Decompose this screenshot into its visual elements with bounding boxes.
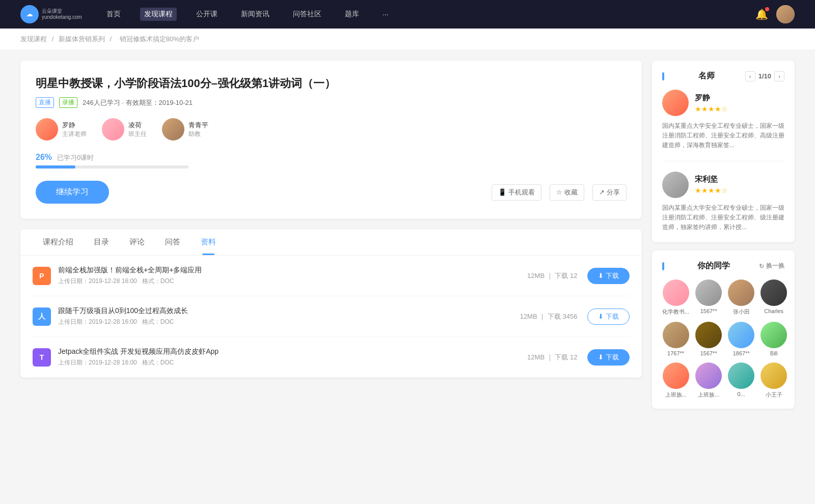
- nav-item-···[interactable]: ···: [378, 8, 393, 20]
- download-button-2[interactable]: ⬇ 下载: [587, 349, 630, 366]
- share-icon: ↗: [599, 188, 605, 196]
- resource-meta-1: 上传日期：2019-12-28 16:00 格式：DOC: [58, 318, 520, 326]
- progress-sub: 已学习0课时: [57, 154, 94, 161]
- teacher-avatar-1: [102, 118, 124, 141]
- tabs-header: 课程介绍目录评论问答资料: [20, 229, 642, 256]
- collect-button[interactable]: ☆ 收藏: [550, 184, 584, 201]
- nav-item-公开课[interactable]: 公开课: [192, 8, 222, 21]
- prev-page-button[interactable]: ‹: [745, 71, 755, 81]
- tag-record: 录播: [59, 97, 77, 108]
- breadcrumb-link-2[interactable]: 新媒体营销系列: [59, 35, 105, 43]
- classmate-name-9: 上班族...: [698, 391, 719, 399]
- nav-item-新闻资讯[interactable]: 新闻资讯: [237, 8, 274, 21]
- continue-learning-button[interactable]: 继续学习: [36, 181, 109, 204]
- nav-right: 🔔: [755, 5, 795, 23]
- classmate-avatar-8: [663, 362, 689, 389]
- notification-dot: [765, 7, 769, 11]
- classmate-avatar-2: [728, 279, 754, 306]
- sidebar-teacher-1: 宋利坚 ★★★★☆ 国内某重点大学安全工程专业硕士，国家一级注册消防工程师、注册…: [662, 172, 784, 233]
- course-meta: 直播 录播 246人已学习 · 有效期至：2019-10-21: [36, 97, 627, 108]
- teacher-role-1: 班主任: [128, 130, 147, 138]
- teachers-sidebar-card: 名师 ‹ 1/10 › 罗静 ★★★★☆ 国内某重点大学安全工程专业硕士，国家一…: [652, 61, 795, 242]
- classmate-item-10[interactable]: 0...: [728, 362, 754, 399]
- teachers-row: 罗静 主讲老师 凌荷 班主任 青青平 助教: [36, 118, 627, 141]
- resource-stats-0: 12MB ｜ 下载 12: [527, 271, 577, 281]
- tabs-section: 课程介绍目录评论问答资料 P 前端全栈加强版！前端全栈+全周期+多端应用 上传日…: [20, 229, 642, 378]
- classmate-grid: 化学教书... 1567** 张小田 Charles 1767** 1567**…: [662, 279, 784, 399]
- teacher-info-1: 凌荷 班主任: [128, 121, 147, 138]
- teacher-avatar-0: [36, 118, 58, 141]
- sidebar-teacher-avatar-0: [662, 90, 689, 116]
- download-button-0[interactable]: ⬇ 下载: [587, 268, 630, 284]
- classmate-item-7[interactable]: Bill: [760, 322, 787, 356]
- classmate-item-8[interactable]: 上班族...: [662, 362, 689, 399]
- mobile-view-button[interactable]: 📱 手机观看: [492, 184, 541, 201]
- notification-bell[interactable]: 🔔: [755, 8, 768, 20]
- tab-问答[interactable]: 问答: [155, 229, 191, 255]
- teacher-role-2: 助教: [188, 130, 208, 138]
- course-title: 明星中教授课，小学阶段语法100分–强化级第1讲动词（一）: [36, 76, 627, 91]
- classmate-item-9[interactable]: 上班族...: [695, 362, 722, 399]
- teacher-avatar-2: [162, 118, 184, 141]
- classmate-name-10: 0...: [738, 391, 745, 397]
- breadcrumb-sep-2: /: [110, 35, 113, 43]
- classmate-avatar-7: [760, 322, 787, 348]
- nav-item-发现课程[interactable]: 发现课程: [140, 8, 177, 21]
- classmate-item-11[interactable]: 小王子: [760, 362, 787, 399]
- sidebar-teacher-name-0: 罗静: [695, 93, 728, 103]
- tab-资料[interactable]: 资料: [191, 229, 226, 255]
- sidebar-teacher-stars-1: ★★★★☆: [695, 186, 728, 194]
- share-button[interactable]: ↗ 分享: [592, 184, 627, 201]
- sidebar-teacher-name-1: 宋利坚: [695, 175, 728, 184]
- tag-live: 直播: [36, 97, 54, 108]
- left-content: 明星中教授课，小学阶段语法100分–强化级第1讲动词（一） 直播 录播 246人…: [20, 61, 642, 417]
- classmate-avatar-0: [663, 279, 689, 306]
- tab-评论[interactable]: 评论: [119, 229, 155, 255]
- classmate-name-0: 化学教书...: [662, 308, 689, 316]
- progress-bar-bg: [36, 165, 188, 169]
- avatar-image: [776, 5, 795, 23]
- classmates-card: 你的同学 ↻ 换一换 化学教书... 1567** 张小田 Charles 17…: [652, 250, 795, 409]
- classmate-item-1[interactable]: 1567**: [695, 279, 722, 316]
- classmate-avatar-6: [728, 322, 754, 348]
- next-page-button[interactable]: ›: [774, 71, 784, 81]
- progress-label: 26%已学习0课时: [36, 153, 94, 161]
- teacher-1: 凌荷 班主任: [102, 118, 147, 141]
- sidebar-teacher-header-0: 罗静 ★★★★☆: [662, 90, 784, 116]
- main-layout: 明星中教授课，小学阶段语法100分–强化级第1讲动词（一） 直播 录播 246人…: [0, 50, 815, 427]
- tab-课程介绍[interactable]: 课程介绍: [33, 229, 84, 255]
- resource-info-2: Jetpack全组件实战 开发短视频应用高仿皮皮虾App 上传日期：2019-1…: [58, 347, 527, 367]
- breadcrumb-sep-1: /: [52, 35, 56, 43]
- classmate-name-1: 1567**: [700, 308, 717, 314]
- classmate-avatar-9: [695, 362, 722, 389]
- nav-item-问答社区[interactable]: 问答社区: [289, 8, 325, 21]
- refresh-classmates-button[interactable]: ↻ 换一换: [759, 262, 784, 270]
- classmate-item-0[interactable]: 化学教书...: [662, 279, 689, 316]
- classmate-item-2[interactable]: 张小田: [728, 279, 754, 316]
- classmate-avatar-3: [760, 279, 787, 306]
- tab-目录[interactable]: 目录: [84, 229, 119, 255]
- classmates-title-left: 你的同学: [697, 261, 730, 271]
- download-button-1[interactable]: ⬇ 下载: [587, 309, 630, 325]
- course-meta-text: 246人已学习 · 有效期至：2019-10-21: [83, 98, 193, 107]
- logo-icon: ☁: [20, 5, 39, 23]
- resource-name-1: 跟随千万级项目从0到100全过程高效成长: [58, 306, 520, 316]
- resource-icon-0: P: [33, 267, 51, 285]
- resource-name-2: Jetpack全组件实战 开发短视频应用高仿皮皮虾App: [58, 347, 527, 356]
- nav-item-题库[interactable]: 题库: [341, 8, 363, 21]
- teacher-name-1: 凌荷: [128, 121, 147, 130]
- nav-item-首页[interactable]: 首页: [102, 8, 125, 21]
- classmate-item-3[interactable]: Charles: [760, 279, 787, 316]
- breadcrumb-link-1[interactable]: 发现课程: [20, 35, 47, 43]
- teachers-sidebar-list: 罗静 ★★★★☆ 国内某重点大学安全工程专业硕士，国家一级注册消防工程师、注册安…: [662, 90, 784, 232]
- classmate-item-5[interactable]: 1567**: [695, 322, 722, 356]
- classmate-item-4[interactable]: 1767**: [662, 322, 689, 356]
- classmate-item-6[interactable]: 1867**: [728, 322, 754, 356]
- logo[interactable]: ☁ 云朵课堂 yundoketang.com: [20, 5, 82, 23]
- user-avatar[interactable]: [776, 5, 795, 23]
- sidebar-teachers-title: 名师 ‹ 1/10 ›: [662, 71, 784, 81]
- sidebar-teacher-avatar-1: [662, 172, 689, 198]
- sidebar-teacher-stars-0: ★★★★☆: [695, 105, 728, 113]
- sidebar-teacher-info-1: 宋利坚 ★★★★☆: [695, 175, 728, 194]
- resource-info-1: 跟随千万级项目从0到100全过程高效成长 上传日期：2019-12-28 16:…: [58, 306, 520, 326]
